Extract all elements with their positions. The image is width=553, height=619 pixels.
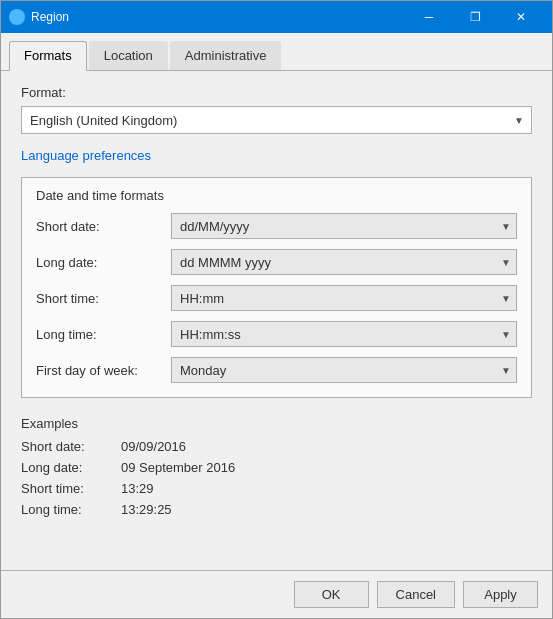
example-short-time: Short time: 13:29 bbox=[21, 481, 532, 496]
short-date-row: Short date: dd/MM/yyyy MM/dd/yyyy yyyy-M… bbox=[36, 213, 517, 239]
short-date-control: dd/MM/yyyy MM/dd/yyyy yyyy-MM-dd ▼ bbox=[171, 213, 517, 239]
example-long-date: Long date: 09 September 2016 bbox=[21, 460, 532, 475]
long-date-row: Long date: dd MMMM yyyy MMMM dd, yyyy ▼ bbox=[36, 249, 517, 275]
first-day-label: First day of week: bbox=[36, 363, 171, 378]
minimize-button[interactable]: ─ bbox=[406, 1, 452, 33]
title-bar: Region ─ ❐ ✕ bbox=[1, 1, 552, 33]
first-day-control: Monday Sunday Saturday ▼ bbox=[171, 357, 517, 383]
short-time-label: Short time: bbox=[36, 291, 171, 306]
long-time-label: Long time: bbox=[36, 327, 171, 342]
example-long-time-value: 13:29:25 bbox=[121, 502, 172, 517]
content-area: Format: English (United Kingdom) English… bbox=[1, 71, 552, 570]
long-time-row: Long time: HH:mm:ss hh:mm:ss tt ▼ bbox=[36, 321, 517, 347]
long-date-select[interactable]: dd MMMM yyyy MMMM dd, yyyy bbox=[171, 249, 517, 275]
example-short-date-label: Short date: bbox=[21, 439, 121, 454]
example-short-date-value: 09/09/2016 bbox=[121, 439, 186, 454]
example-short-time-label: Short time: bbox=[21, 481, 121, 496]
tab-bar: Formats Location Administrative bbox=[1, 33, 552, 71]
language-preferences-link[interactable]: Language preferences bbox=[21, 148, 151, 163]
example-long-time-label: Long time: bbox=[21, 502, 121, 517]
window-icon bbox=[9, 9, 25, 25]
examples-title: Examples bbox=[21, 416, 532, 431]
example-short-time-value: 13:29 bbox=[121, 481, 154, 496]
format-select-wrapper: English (United Kingdom) English (United… bbox=[21, 106, 532, 134]
close-button[interactable]: ✕ bbox=[498, 1, 544, 33]
long-date-control: dd MMMM yyyy MMMM dd, yyyy ▼ bbox=[171, 249, 517, 275]
examples-section: Examples Short date: 09/09/2016 Long dat… bbox=[21, 412, 532, 527]
first-day-select[interactable]: Monday Sunday Saturday bbox=[171, 357, 517, 383]
tab-administrative[interactable]: Administrative bbox=[170, 41, 282, 70]
short-time-select[interactable]: HH:mm hh:mm tt bbox=[171, 285, 517, 311]
bottom-bar: OK Cancel Apply bbox=[1, 570, 552, 618]
date-time-group: Date and time formats Short date: dd/MM/… bbox=[21, 177, 532, 398]
restore-button[interactable]: ❐ bbox=[452, 1, 498, 33]
long-time-select[interactable]: HH:mm:ss hh:mm:ss tt bbox=[171, 321, 517, 347]
example-long-date-label: Long date: bbox=[21, 460, 121, 475]
format-label: Format: bbox=[21, 85, 532, 100]
long-date-label: Long date: bbox=[36, 255, 171, 270]
region-window: Region ─ ❐ ✕ Formats Location Administra… bbox=[0, 0, 553, 619]
example-long-time: Long time: 13:29:25 bbox=[21, 502, 532, 517]
apply-button[interactable]: Apply bbox=[463, 581, 538, 608]
long-time-control: HH:mm:ss hh:mm:ss tt ▼ bbox=[171, 321, 517, 347]
format-select[interactable]: English (United Kingdom) English (United… bbox=[21, 106, 532, 134]
ok-button[interactable]: OK bbox=[294, 581, 369, 608]
window-title: Region bbox=[31, 10, 406, 24]
title-bar-controls: ─ ❐ ✕ bbox=[406, 1, 544, 33]
first-day-row: First day of week: Monday Sunday Saturda… bbox=[36, 357, 517, 383]
tab-formats[interactable]: Formats bbox=[9, 41, 87, 71]
short-time-control: HH:mm hh:mm tt ▼ bbox=[171, 285, 517, 311]
example-short-date: Short date: 09/09/2016 bbox=[21, 439, 532, 454]
short-time-row: Short time: HH:mm hh:mm tt ▼ bbox=[36, 285, 517, 311]
tab-location[interactable]: Location bbox=[89, 41, 168, 70]
date-time-group-title: Date and time formats bbox=[36, 188, 517, 203]
example-long-date-value: 09 September 2016 bbox=[121, 460, 235, 475]
cancel-button[interactable]: Cancel bbox=[377, 581, 455, 608]
short-date-label: Short date: bbox=[36, 219, 171, 234]
short-date-select[interactable]: dd/MM/yyyy MM/dd/yyyy yyyy-MM-dd bbox=[171, 213, 517, 239]
